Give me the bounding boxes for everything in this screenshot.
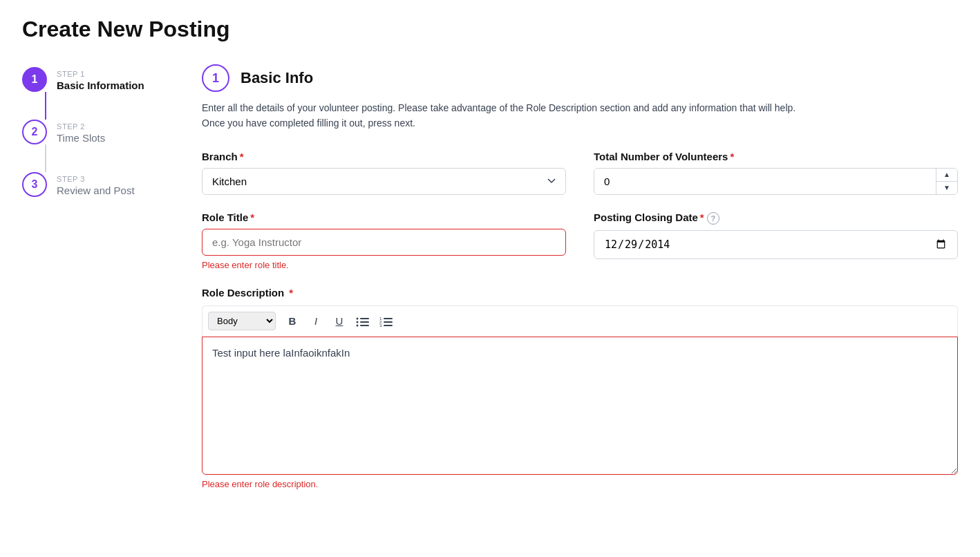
toolbar-italic-button[interactable]: I	[305, 310, 327, 332]
role-desc-error: Please enter role description.	[202, 479, 958, 489]
role-desc-required: *	[289, 287, 293, 299]
volunteers-group: Total Number of Volunteers* ▲ ▼	[594, 151, 958, 195]
step-2-circle: 2	[22, 120, 47, 144]
volunteers-required: *	[730, 151, 734, 162]
role-title-input[interactable]	[202, 229, 566, 256]
section-title: Basic Info	[241, 69, 313, 87]
row-branch-volunteers: Branch* Kitchen Hall Office Garden Total…	[202, 151, 958, 195]
section-description: Enter all the details of your volunteer …	[202, 100, 796, 131]
toolbar-bold-button[interactable]: B	[281, 310, 303, 332]
svg-text:3.: 3.	[379, 323, 383, 327]
role-title-required: *	[250, 211, 254, 223]
editor-toolbar: Body Heading 1 Heading 2 B I U	[202, 305, 958, 337]
svg-point-4	[357, 324, 359, 326]
section-step-number: 1	[212, 71, 219, 86]
volunteers-label: Total Number of Volunteers*	[594, 151, 958, 162]
svg-rect-7	[384, 318, 393, 319]
svg-rect-5	[360, 325, 369, 326]
svg-point-0	[357, 317, 359, 319]
step-1-item: 1 STEP 1 Basic Information	[22, 67, 160, 92]
step-2-label: STEP 2	[57, 122, 105, 131]
step-3-name: Review and Post	[57, 185, 135, 196]
svg-rect-9	[384, 321, 393, 323]
step-2-name: Time Slots	[57, 132, 105, 144]
closing-date-label: Posting Closing Date* ?	[594, 211, 958, 225]
branch-required: *	[240, 151, 244, 162]
step-2-item: 2 STEP 2 Time Slots	[22, 120, 160, 144]
step-3-item: 3 STEP 3 Review and Post	[22, 172, 160, 197]
toolbar-underline-button[interactable]: U	[328, 310, 350, 332]
svg-rect-3	[360, 321, 369, 323]
branch-select[interactable]: Kitchen Hall Office Garden	[202, 168, 566, 195]
toolbar-style-select[interactable]: Body Heading 1 Heading 2	[208, 312, 276, 330]
closing-date-required: *	[700, 211, 704, 223]
step-1-circle: 1	[22, 67, 47, 92]
step-3-circle: 3	[22, 172, 47, 197]
closing-date-info-icon[interactable]: ?	[707, 212, 719, 225]
svg-rect-1	[360, 318, 369, 319]
branch-group: Branch* Kitchen Hall Office Garden	[202, 151, 566, 195]
connector-2-3	[45, 144, 46, 172]
toolbar-numbered-list-button[interactable]: 1. 2. 3.	[375, 310, 397, 332]
closing-date-group: Posting Closing Date* ?	[594, 211, 958, 270]
branch-label: Branch*	[202, 151, 566, 162]
step-3-label: STEP 3	[57, 175, 135, 183]
svg-point-2	[357, 321, 359, 323]
stepper-sidebar: 1 STEP 1 Basic Information 2 STEP 2 Time…	[22, 64, 160, 489]
volunteers-input-wrapper: ▲ ▼	[594, 168, 958, 195]
main-form: 1 Basic Info Enter all the details of yo…	[202, 64, 958, 489]
section-step-circle: 1	[202, 64, 229, 92]
connector-1-2	[45, 92, 46, 120]
role-desc-label-wrapper: Role Description *	[202, 287, 958, 299]
row-role-date: Role Title* Please enter role title. Pos…	[202, 211, 958, 270]
role-title-error: Please enter role title.	[202, 260, 566, 270]
page-title: Create New Posting	[22, 17, 958, 42]
spinner-down-button[interactable]: ▼	[936, 182, 957, 194]
spinner-up-button[interactable]: ▲	[936, 169, 957, 182]
volunteers-input[interactable]	[594, 169, 936, 194]
step-1-name: Basic Information	[57, 79, 144, 91]
step-3-text: STEP 3 Review and Post	[57, 172, 135, 196]
role-title-group: Role Title* Please enter role title.	[202, 211, 566, 270]
svg-rect-11	[384, 325, 393, 326]
role-description-group: Role Description * Body Heading 1 Headin…	[202, 287, 958, 489]
section-header: 1 Basic Info	[202, 64, 958, 92]
toolbar-bullet-list-button[interactable]	[352, 310, 374, 332]
spinner-buttons: ▲ ▼	[936, 169, 957, 194]
role-title-label: Role Title*	[202, 211, 566, 223]
step-1-text: STEP 1 Basic Information	[57, 67, 144, 91]
step-2-text: STEP 2 Time Slots	[57, 120, 105, 144]
step-1-label: STEP 1	[57, 70, 144, 78]
role-description-editor[interactable]: Test input here laInfaoiknfakIn	[202, 337, 958, 475]
closing-date-input[interactable]	[594, 230, 958, 259]
